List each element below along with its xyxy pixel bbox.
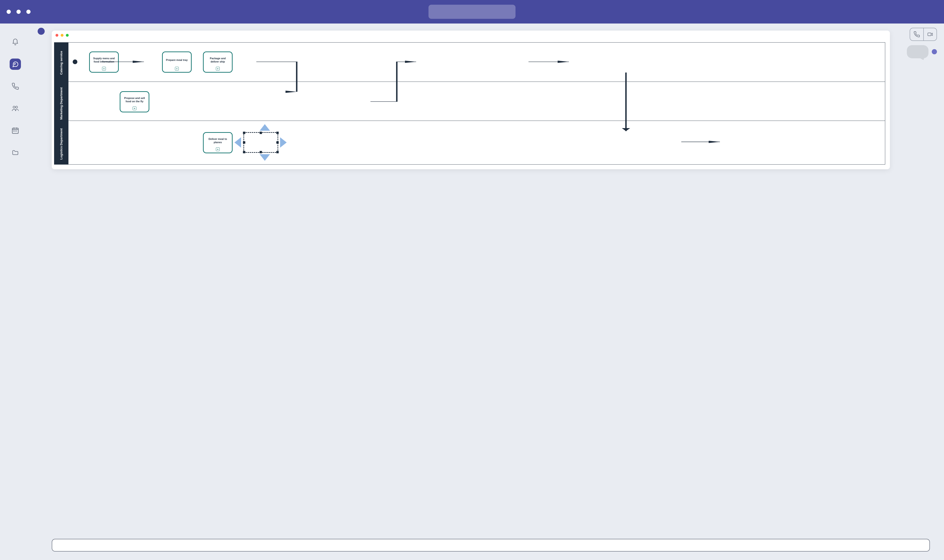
- presence-dot: [932, 49, 937, 54]
- inner-window-controls: [52, 31, 890, 40]
- message-input[interactable]: [52, 539, 930, 552]
- task-label: Supply menu and food information: [92, 53, 116, 67]
- maximize-icon[interactable]: [66, 34, 69, 37]
- close-icon[interactable]: [55, 34, 59, 37]
- bpmn-canvas[interactable]: Supply menu and food information + Prepa…: [68, 43, 885, 164]
- people-icon[interactable]: [10, 103, 21, 114]
- subprocess-marker: +: [216, 148, 220, 151]
- start-event[interactable]: [73, 60, 77, 64]
- svg-point-0: [13, 106, 15, 108]
- calls-icon[interactable]: [10, 81, 21, 92]
- subprocess-marker: +: [216, 67, 220, 71]
- calendar-icon[interactable]: [10, 125, 21, 136]
- task-package[interactable]: Package and deliver ship +: [203, 51, 233, 73]
- accent-dot: [38, 28, 45, 35]
- task-propose[interactable]: Propose and sell food on the fly +: [120, 91, 149, 112]
- task-label: Propose and sell food on the fly: [122, 93, 147, 106]
- call-controls: [910, 28, 937, 41]
- task-supply[interactable]: Supply menu and food information +: [89, 51, 119, 73]
- selected-placeholder[interactable]: [242, 132, 287, 154]
- subprocess-marker: +: [175, 67, 179, 71]
- svg-rect-2: [12, 128, 18, 134]
- diagram-window: Catering service Marketing Department Lo…: [52, 31, 890, 169]
- traffic-light-dot: [17, 10, 21, 14]
- traffic-light-dot: [26, 10, 31, 14]
- app-titlebar: [0, 0, 944, 23]
- task-deliver[interactable]: Deliver meal to planes +: [203, 132, 233, 153]
- task-label: Prepare meal tray: [166, 53, 188, 67]
- traffic-light-dot: [6, 10, 11, 14]
- subprocess-marker: +: [102, 67, 106, 71]
- audio-call-button[interactable]: [910, 28, 923, 40]
- bpmn-pool: Catering service Marketing Department Lo…: [54, 42, 885, 165]
- window-traffic-lights: [6, 10, 31, 14]
- speech-bubble-icon: [907, 45, 929, 58]
- video-call-button[interactable]: [923, 28, 936, 40]
- task-label: Package and deliver ship: [206, 53, 230, 67]
- lane-label: Marketing Department: [54, 83, 68, 124]
- minimize-icon[interactable]: [61, 34, 63, 37]
- svg-rect-3: [928, 33, 931, 36]
- task-prepare[interactable]: Prepare meal tray +: [162, 51, 192, 73]
- left-nav: [0, 23, 31, 560]
- task-label: Deliver meal to planes: [206, 134, 230, 148]
- chat-icon[interactable]: [10, 58, 21, 70]
- notifications-icon[interactable]: [10, 37, 21, 48]
- search-input[interactable]: [428, 5, 516, 19]
- lane-label: Catering service: [54, 43, 68, 83]
- subprocess-marker: +: [132, 106, 136, 110]
- files-icon[interactable]: [10, 147, 21, 158]
- svg-point-1: [15, 106, 18, 108]
- lane-label: Logistics Department: [54, 124, 68, 164]
